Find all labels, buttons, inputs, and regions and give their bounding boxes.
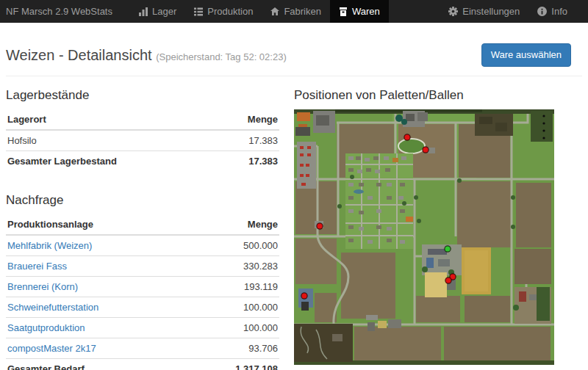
nav-item-lager[interactable]: Lager [130, 0, 185, 23]
column-header: Produktionsanlage [6, 214, 190, 235]
nav-item-label: Info [551, 6, 567, 17]
list-icon [194, 7, 203, 16]
storage-total-label: Gesamter Lagerbestand [6, 151, 217, 172]
nav-item-label: Lager [152, 6, 176, 17]
demand-table: ProduktionsanlageMengeMehlfabrik (Weizen… [6, 214, 279, 370]
demand-link[interactable]: Saatgutproduktion [7, 322, 85, 333]
demand-value: 500.000 [190, 235, 279, 256]
bar-chart-icon [139, 7, 148, 16]
gear-icon [448, 7, 458, 16]
goods-icon [339, 7, 348, 16]
demand-row: Mehlfabrik (Weizen)500.000 [6, 235, 279, 256]
main-container: Weizen - Detailansicht (Speicherstand: T… [0, 23, 588, 370]
nav-item-fabriken[interactable]: Fabriken [262, 0, 330, 23]
nav-item-label: Produktion [207, 6, 253, 17]
navbar: NF Marsch 2.9 WebStats LagerProduktionFa… [0, 0, 588, 23]
demand-total-label: Gesamter Bedarf [6, 359, 190, 370]
nav-item-label: Waren [352, 6, 380, 17]
save-state-subtitle: (Speicherstand: Tag 52: 02:23) [156, 51, 287, 62]
navbar-menu: LagerProduktionFabrikenWaren [130, 0, 389, 23]
page-title: Weizen - Detailansicht [6, 47, 152, 63]
column-header: Menge [217, 109, 279, 130]
demand-total-row: Gesamter Bedarf1.317.108 [6, 359, 279, 370]
left-column: Lagerbestände LagerortMengeHofsilo17.383… [6, 76, 279, 370]
storage-header-row: LagerortMenge [6, 109, 279, 130]
home-icon [270, 7, 279, 16]
storage-table: LagerortMengeHofsilo17.383Gesamter Lager… [6, 109, 279, 171]
page-header: Weizen - Detailansicht (Speicherstand: T… [6, 23, 582, 76]
pallet-red-marker [404, 134, 410, 141]
storage-total-value: 17.383 [217, 151, 279, 172]
demand-value: 330.283 [190, 256, 279, 277]
info-icon [537, 7, 547, 16]
right-column: Positionen von Paletten/Ballen [294, 76, 554, 370]
pallet-map [294, 109, 554, 365]
nav-item-label: Einstellungen [462, 6, 520, 17]
storage-label: Hofsilo [7, 135, 37, 146]
demand-header-row: ProduktionsanlageMenge [6, 214, 279, 235]
demand-row: Schweinefutterstation100.000 [6, 297, 279, 318]
demand-row: Brennerei (Korn)193.119 [6, 277, 279, 297]
navbar-right-menu: EinstellungenInfo [440, 0, 576, 23]
storage-row: Hofsilo17.383 [6, 130, 279, 151]
demand-value: 100.000 [190, 297, 279, 318]
pallet-red-marker [317, 223, 323, 230]
demand-value: 100.000 [190, 318, 279, 338]
demand-total-value: 1.317.108 [190, 359, 279, 370]
nav-item-info[interactable]: Info [528, 0, 576, 23]
page-title-block: Weizen - Detailansicht (Speicherstand: T… [6, 47, 287, 64]
navbar-brand[interactable]: NF Marsch 2.9 WebStats [0, 0, 120, 23]
demand-row: Brauerei Fass330.283 [6, 256, 279, 277]
nav-item-label: Fabriken [284, 6, 321, 17]
nav-item-einstellungen[interactable]: Einstellungen [440, 0, 528, 23]
demand-value: 193.119 [190, 277, 279, 297]
pallet-red-marker [423, 147, 429, 153]
demand-value: 93.706 [190, 338, 279, 359]
demand-link[interactable]: Mehlfabrik (Weizen) [7, 240, 92, 251]
pallet-green-marker [444, 246, 451, 253]
demand-link[interactable]: Brennerei (Korn) [7, 281, 78, 292]
demand-row: compostMaster 2k1793.706 [6, 338, 279, 359]
demand-link[interactable]: compostMaster 2k17 [7, 343, 96, 354]
content-row: Lagerbestände LagerortMengeHofsilo17.383… [6, 76, 582, 370]
column-header: Menge [190, 214, 279, 235]
demand-section-title: Nachfrage [6, 193, 279, 208]
storage-total-row: Gesamter Lagerbestand17.383 [6, 151, 279, 172]
select-goods-button[interactable]: Ware auswählen [481, 43, 571, 67]
pallet-red-marker [301, 293, 308, 300]
demand-link[interactable]: Brauerei Fass [7, 261, 67, 272]
demand-link[interactable]: Schweinefutterstation [7, 302, 98, 313]
nav-item-produktion[interactable]: Produktion [185, 0, 262, 23]
map-section-title: Positionen von Paletten/Ballen [294, 88, 554, 103]
column-header: Lagerort [6, 109, 217, 130]
storage-value: 17.383 [217, 130, 279, 151]
navbar-spacer [389, 0, 440, 23]
demand-row: Saatgutproduktion100.000 [6, 318, 279, 338]
storage-section-title: Lagerbestände [6, 88, 279, 103]
pallet-red-marker [445, 278, 451, 284]
nav-item-waren[interactable]: Waren [330, 0, 389, 23]
